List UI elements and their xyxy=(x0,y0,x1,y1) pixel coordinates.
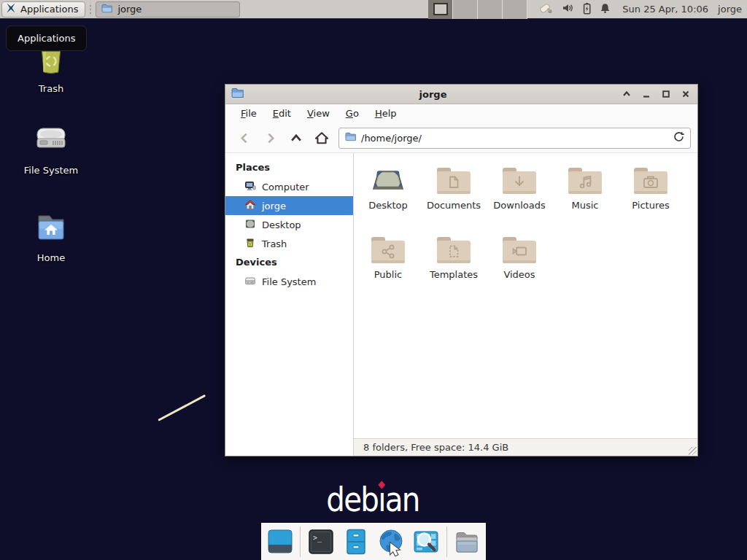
desktop-icon-file-system[interactable]: File System xyxy=(13,122,89,176)
sidebar-item-desktop[interactable]: Desktop xyxy=(225,215,353,234)
sidebar-item-file-system[interactable]: File System xyxy=(225,272,353,291)
sidebar-item-label: jorge xyxy=(262,201,286,211)
file-label: Public xyxy=(374,269,402,280)
menu-view[interactable]: View xyxy=(299,104,338,123)
desktop-line-artifact xyxy=(158,394,206,421)
dock-file-cabinet-button[interactable] xyxy=(341,526,371,557)
battery-charging-icon[interactable] xyxy=(582,2,592,17)
window-title: jorge xyxy=(244,89,622,100)
resize-grip[interactable] xyxy=(689,447,697,455)
path-bar[interactable]: /home/jorge/ xyxy=(338,128,691,149)
top-panel: Applications jorge Sun 25 Apr, 10:06 jor… xyxy=(0,0,747,19)
menu-edit[interactable]: Edit xyxy=(265,104,299,123)
volume-icon[interactable] xyxy=(562,2,574,16)
folder-music-icon xyxy=(568,166,603,195)
desktop-icon-home[interactable]: Home xyxy=(13,210,89,263)
folder-pictures-icon xyxy=(633,166,668,195)
file-manager-window: jorge File Edit View Go Help xyxy=(225,84,698,456)
sidebar-item-label: Desktop xyxy=(262,219,301,230)
status-bar: 8 folders, Free space: 14.4 GiB xyxy=(354,438,697,456)
file-label: Documents xyxy=(427,200,481,211)
sidebar-item-label: File System xyxy=(262,276,316,287)
home-button[interactable] xyxy=(309,127,334,149)
folder-documents[interactable]: Documents xyxy=(421,166,487,236)
places-header: Places xyxy=(225,158,353,177)
taskbar-window-button[interactable]: jorge xyxy=(96,1,240,18)
workspace-3[interactable] xyxy=(478,0,503,19)
status-text: 8 folders, Free space: 14.4 GiB xyxy=(363,442,508,453)
folder-videos[interactable]: Videos xyxy=(487,236,552,305)
workspace-window-preview xyxy=(433,3,448,15)
up-button[interactable] xyxy=(283,127,309,149)
panel-user-label[interactable]: jorge xyxy=(718,4,742,15)
applications-tooltip: Applications xyxy=(6,26,87,51)
forward-button[interactable] xyxy=(258,127,283,149)
web-browser-icon xyxy=(376,527,406,556)
sidebar-item-trash[interactable]: Trash xyxy=(225,234,353,253)
folder-templates-icon xyxy=(436,236,471,265)
folder-downloads[interactable]: Downloads xyxy=(487,166,552,236)
debian-logo-text: deb xyxy=(326,480,378,519)
home-folder-icon xyxy=(34,210,69,247)
dock-separator xyxy=(446,526,447,557)
device-icon[interactable] xyxy=(538,1,554,17)
folder-desktop[interactable]: Desktop xyxy=(355,166,421,236)
window-folder-icon xyxy=(231,88,244,101)
menubar: File Edit View Go Help xyxy=(225,104,697,123)
trash-mini-icon xyxy=(244,237,256,251)
desktop-icon-label: Home xyxy=(37,252,65,263)
workspace-1[interactable] xyxy=(428,0,453,19)
computer-icon xyxy=(244,180,256,194)
menu-help[interactable]: Help xyxy=(367,104,405,123)
devices-header: Devices xyxy=(225,253,353,272)
dock-web-browser-button[interactable] xyxy=(376,526,406,557)
hard-drive-icon xyxy=(34,122,69,160)
menu-file[interactable]: File xyxy=(233,104,265,123)
file-label: Downloads xyxy=(493,200,545,211)
folder-music[interactable]: Music xyxy=(552,166,618,236)
file-label: Desktop xyxy=(368,200,408,211)
file-manager-icon xyxy=(452,527,481,556)
file-cabinet-icon xyxy=(341,527,371,556)
dock-app-finder-button[interactable] xyxy=(411,526,441,557)
workspace-2[interactable] xyxy=(453,0,478,19)
minimize-button[interactable] xyxy=(642,90,651,98)
xfce-logo-icon xyxy=(5,2,17,16)
workspace-4[interactable] xyxy=(503,0,527,19)
sidebar-item-jorge[interactable]: jorge xyxy=(225,196,353,215)
close-button[interactable] xyxy=(681,90,690,98)
desktop-icon-label: Trash xyxy=(39,83,63,94)
debian-logo-text: an xyxy=(385,480,419,519)
sidebar-item-label: Computer xyxy=(262,182,309,192)
terminal-icon: >_ xyxy=(306,527,336,556)
path-text[interactable]: /home/jorge/ xyxy=(361,133,668,144)
system-tray xyxy=(538,1,611,17)
applications-menu-button[interactable]: Applications xyxy=(1,1,85,18)
file-label: Pictures xyxy=(632,200,669,211)
back-button[interactable] xyxy=(232,127,258,149)
folder-videos-icon xyxy=(502,236,537,265)
dock-file-manager-button[interactable] xyxy=(452,526,482,557)
folder-public[interactable]: Public xyxy=(355,236,421,305)
panel-clock[interactable]: Sun 25 Apr, 10:06 xyxy=(622,4,708,15)
sidebar-item-computer[interactable]: Computer xyxy=(225,177,353,196)
folder-icon xyxy=(101,4,112,15)
dock-show-desktop-button[interactable] xyxy=(265,526,295,557)
show-desktop-icon xyxy=(266,527,295,556)
folder-templates[interactable]: Templates xyxy=(421,236,487,305)
shade-button[interactable] xyxy=(622,90,631,98)
folder-pictures[interactable]: Pictures xyxy=(618,166,684,236)
file-label: Music xyxy=(572,200,599,211)
dock-terminal-button[interactable]: >_ xyxy=(306,526,336,557)
window-titlebar[interactable]: jorge xyxy=(225,85,697,104)
path-folder-icon xyxy=(345,132,356,144)
maximize-button[interactable] xyxy=(662,90,670,98)
workspace-switcher xyxy=(428,0,527,19)
sidebar: Places Computer jorge Desktop xyxy=(225,153,353,456)
panel-handle xyxy=(88,3,93,16)
notification-bell-icon[interactable] xyxy=(600,2,611,16)
menu-go[interactable]: Go xyxy=(338,104,367,123)
reload-icon[interactable] xyxy=(673,131,684,144)
folder-public-icon xyxy=(371,236,406,265)
debian-logo-i: ı xyxy=(378,480,384,519)
